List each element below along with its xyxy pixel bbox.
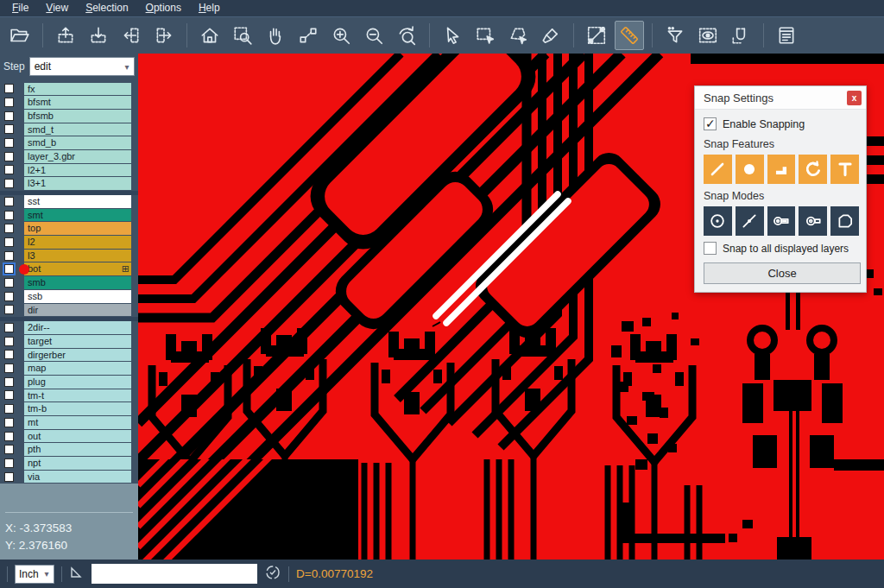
layer-checkbox-npt[interactable] [4, 458, 14, 468]
snap-all-layers-checkbox[interactable] [704, 242, 717, 255]
layer-label-smt[interactable]: smt [24, 209, 131, 222]
layer-label-l3+1[interactable]: l3+1 [24, 177, 131, 190]
layer-label-smd_b[interactable]: smd_b [24, 136, 131, 149]
layer-label-l3[interactable]: l3 [24, 250, 131, 262]
layer-checkbox-fx[interactable] [4, 84, 14, 93]
snap-magnet-icon[interactable] [726, 21, 755, 50]
layer-label-out[interactable]: out [24, 430, 131, 443]
layer-label-bfsmt[interactable]: bfsmt [24, 96, 131, 109]
layer-checkbox-pth[interactable] [4, 445, 14, 454]
layer-checkbox-via[interactable] [4, 472, 14, 482]
select-pointer-icon[interactable] [438, 21, 467, 50]
snap-text-icon[interactable] [830, 155, 859, 184]
layer-checkbox-target[interactable] [4, 337, 14, 346]
snap-contour-icon[interactable] [830, 206, 859, 236]
layer-label-smd_t[interactable]: smd_t [24, 123, 131, 136]
snap-line-icon[interactable] [704, 155, 732, 184]
layer-label-npt[interactable]: npt [24, 457, 131, 470]
snap-center-icon[interactable] [704, 206, 732, 236]
layer-label-tm-b[interactable]: tm-b [24, 402, 131, 415]
select-rectangle-icon[interactable] [470, 21, 500, 50]
close-icon[interactable]: x [847, 91, 862, 105]
layer-checkbox-smd_t[interactable] [4, 124, 14, 134]
snap-closest-point-icon[interactable] [736, 206, 764, 236]
layer-checkbox-bfsmb[interactable] [4, 111, 14, 121]
layer-checkbox-dirgerber[interactable] [4, 350, 14, 359]
layer-checkbox-l2+1[interactable] [4, 165, 14, 174]
snap-key-short-icon[interactable] [799, 206, 827, 236]
layer-label-map[interactable]: map [24, 362, 131, 375]
layer-checkbox-dir[interactable] [4, 305, 14, 314]
layer-label-bfsmb[interactable]: bfsmb [24, 110, 131, 123]
menu-help[interactable]: Help [190, 0, 229, 16]
layer-checkbox-out[interactable] [4, 432, 14, 441]
filter-icon[interactable] [660, 21, 690, 50]
close-button[interactable]: Close [704, 262, 861, 284]
import-right-icon[interactable] [149, 21, 179, 50]
import-down-icon[interactable] [84, 21, 113, 50]
layer-checkbox-l2[interactable] [4, 237, 14, 247]
layer-checkbox-mt[interactable] [4, 418, 14, 427]
layer-checkbox-ssb[interactable] [4, 292, 14, 301]
layer-checkbox-l3[interactable] [4, 251, 14, 261]
layer-label-plug[interactable]: plug [24, 376, 131, 389]
view-options-icon[interactable] [693, 21, 723, 50]
grid-icon[interactable]: ⊞ [122, 262, 131, 275]
menu-selection[interactable]: Selection [77, 0, 136, 16]
layer-checkbox-l3+1[interactable] [4, 179, 14, 188]
layer-checkbox-bfsmt[interactable] [4, 98, 14, 107]
import-left-icon[interactable] [117, 21, 146, 50]
step-select[interactable]: edit ▾ [29, 57, 135, 76]
layer-label-via[interactable]: via [24, 471, 131, 484]
layer-checkbox-2dir--[interactable] [4, 323, 14, 332]
layer-label-l2+1[interactable]: l2+1 [24, 164, 131, 177]
layer-label-2dir--[interactable]: 2dir-- [24, 321, 131, 334]
enable-snapping-checkbox[interactable] [704, 117, 717, 130]
layer-checkbox-sst[interactable] [4, 197, 14, 206]
layer-checkbox-tm-b[interactable] [4, 404, 14, 414]
layer-checkbox-tm-t[interactable] [4, 390, 14, 400]
layer-checkbox-top[interactable] [4, 224, 14, 233]
layer-label-smb[interactable]: smb [24, 276, 131, 289]
snap-key-long-icon[interactable] [767, 206, 796, 236]
layer-label-dirgerber[interactable]: dirgerber [24, 349, 131, 362]
layer-label-top[interactable]: top [24, 222, 131, 235]
layer-label-mt[interactable]: mt [24, 416, 131, 429]
import-up-icon[interactable] [51, 21, 80, 50]
measure-line-icon[interactable] [582, 21, 611, 50]
layer-checkbox-map[interactable] [4, 364, 14, 373]
menu-file[interactable]: File [3, 0, 37, 16]
layer-label-dir[interactable]: dir [24, 304, 131, 317]
layers-panel-icon[interactable] [772, 21, 801, 50]
menu-view[interactable]: View [37, 0, 77, 16]
layer-label-sst[interactable]: sst [24, 195, 131, 208]
layer-label-bot[interactable]: bot⊞ [24, 262, 131, 275]
ruler-icon[interactable] [615, 21, 644, 50]
snap-pad-icon[interactable] [736, 155, 764, 184]
zoom-area-icon[interactable] [294, 21, 323, 50]
snap-arc-icon[interactable] [799, 155, 827, 184]
zoom-reset-icon[interactable] [392, 21, 421, 50]
layer-checkbox-smb[interactable] [4, 278, 14, 288]
layer-checkbox-layer_3.gbr[interactable] [4, 152, 14, 161]
zoom-in-icon[interactable] [326, 21, 356, 50]
zoom-window-icon[interactable] [228, 21, 257, 50]
clean-brush-icon[interactable] [536, 21, 565, 50]
layer-label-tm-t[interactable]: tm-t [24, 389, 131, 402]
layer-label-layer_3.gbr[interactable]: layer_3.gbr [24, 150, 131, 163]
pan-hand-icon[interactable] [261, 21, 290, 50]
snap-surface-icon[interactable] [767, 155, 796, 184]
dialog-titlebar[interactable]: Snap Settings x [695, 86, 866, 110]
menu-options[interactable]: Options [137, 0, 190, 16]
layer-label-target[interactable]: target [24, 335, 131, 348]
measure-input[interactable] [92, 564, 257, 584]
open-folder-icon[interactable] [5, 21, 35, 50]
layer-label-ssb[interactable]: ssb [24, 290, 131, 303]
home-view-icon[interactable] [195, 21, 224, 50]
layer-label-fx[interactable]: fx [24, 83, 131, 96]
layer-label-pth[interactable]: pth [24, 443, 131, 456]
layer-checkbox-bot[interactable] [4, 264, 14, 274]
select-polygon-icon[interactable] [503, 21, 533, 50]
layer-checkbox-plug[interactable] [4, 377, 14, 387]
unit-select[interactable]: Inch ▾ [15, 565, 54, 584]
